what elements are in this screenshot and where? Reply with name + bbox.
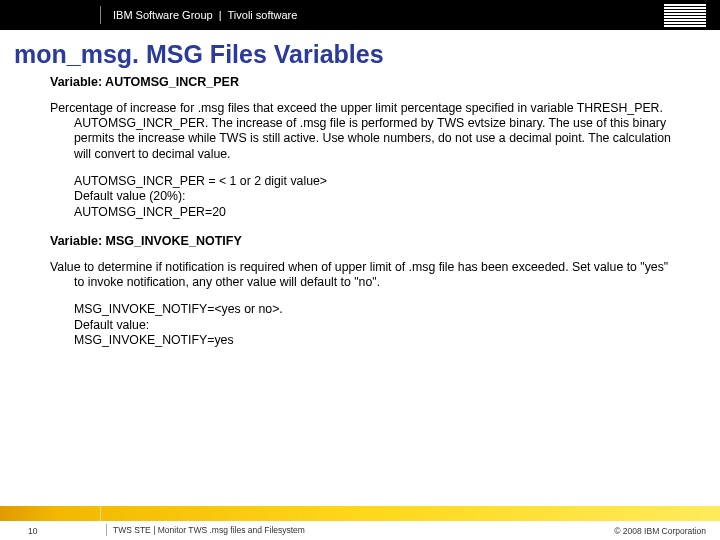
variable-1-code-line2: Default value (20%): bbox=[74, 189, 680, 204]
variable-1-label: Variable: AUTOMSG_INCR_PER bbox=[50, 75, 680, 91]
footer-center-text: TWS STE | Monitor TWS .msg files and Fil… bbox=[113, 525, 305, 535]
variable-2-label: Variable: MSG_INVOKE_NOTIFY bbox=[50, 234, 680, 250]
footer-rule bbox=[106, 524, 107, 536]
variable-2-code-line3: MSG_INVOKE_NOTIFY=yes bbox=[74, 333, 680, 348]
variable-2-code-line2: Default value: bbox=[74, 318, 680, 333]
page-title: mon_msg. MSG Files Variables bbox=[0, 30, 720, 75]
variable-2-description: Value to determine if notification is re… bbox=[50, 260, 680, 291]
variable-1-code-line1: AUTOMSG_INCR_PER = < 1 or 2 digit value> bbox=[74, 174, 680, 189]
header-left: IBM Software Group | Tivoli software bbox=[100, 6, 297, 24]
header-rule bbox=[100, 6, 101, 24]
variable-2-code-line1: MSG_INVOKE_NOTIFY=<yes or no>. bbox=[74, 302, 680, 317]
header-group: IBM Software Group bbox=[113, 9, 213, 21]
ibm-logo-icon bbox=[664, 4, 706, 27]
footer-gold-band bbox=[0, 506, 720, 521]
header-bar: IBM Software Group | Tivoli software bbox=[0, 0, 720, 30]
footer: 10 © 2008 IBM Corporation TWS STE | Moni… bbox=[0, 506, 720, 540]
variable-1-desc-text: Percentage of increase for .msg files th… bbox=[50, 101, 680, 162]
variable-2-code: MSG_INVOKE_NOTIFY=<yes or no>. Default v… bbox=[50, 302, 680, 348]
copyright: © 2008 IBM Corporation bbox=[614, 526, 706, 536]
footer-center: TWS STE | Monitor TWS .msg files and Fil… bbox=[106, 524, 305, 536]
variable-1-code: AUTOMSG_INCR_PER = < 1 or 2 digit value>… bbox=[50, 174, 680, 220]
variable-1-description: Percentage of increase for .msg files th… bbox=[50, 101, 680, 162]
header-product: Tivoli software bbox=[228, 9, 298, 21]
slide-content: Variable: AUTOMSG_INCR_PER Percentage of… bbox=[0, 75, 720, 349]
variable-1-code-line3: AUTOMSG_INCR_PER=20 bbox=[74, 205, 680, 220]
variable-2-desc-text: Value to determine if notification is re… bbox=[50, 260, 680, 291]
header-sep: | bbox=[219, 9, 222, 21]
page-number: 10 bbox=[28, 526, 37, 536]
